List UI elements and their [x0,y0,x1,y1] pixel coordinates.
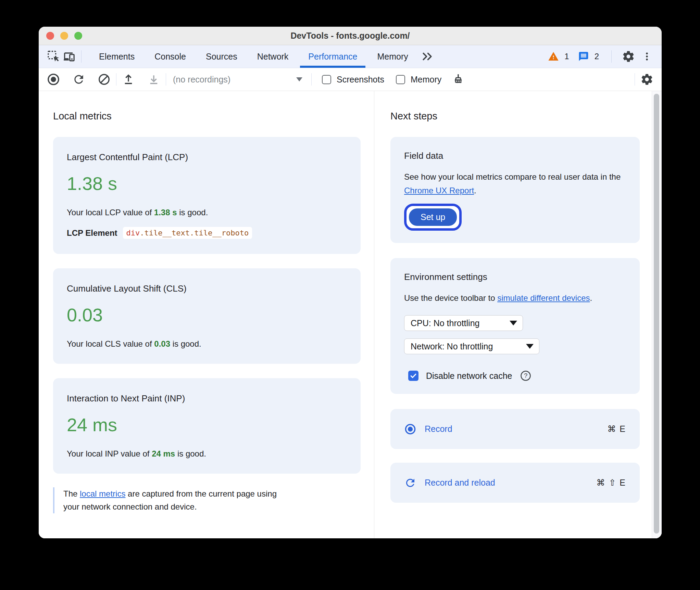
local-metrics-link[interactable]: local metrics [80,489,125,498]
inp-value: 24 ms [67,414,347,435]
panel-settings-gear-icon[interactable] [639,72,655,87]
inp-card-title: Interaction to Next Paint (INP) [67,393,347,404]
environment-settings-title: Environment settings [404,272,626,282]
tab-elements[interactable]: Elements [89,45,145,68]
screenshots-label: Screenshots [337,75,384,85]
tab-network[interactable]: Network [247,45,299,68]
field-data-body: See how your local metrics compare to re… [404,170,626,197]
column-divider [374,91,374,538]
setup-button-focus-ring: Set up [404,204,462,231]
tabbar-separator [81,50,82,63]
cls-card: Cumulative Layout Shift (CLS) 0.03 Your … [53,268,361,364]
window-title: DevTools - fonts.google.com/ [290,31,410,41]
toolbar-separator-4 [635,73,635,86]
panel-content: Local metrics Largest Contentful Paint (… [39,91,662,538]
field-data-card: Field data See how your local metrics co… [390,137,640,243]
panel-tabs: Elements Console Sources Network Perform… [89,45,437,68]
cls-card-title: Cumulative Layout Shift (CLS) [67,283,347,294]
record-action-label[interactable]: Record [425,424,452,434]
screenshots-checkbox-row[interactable]: Screenshots [322,75,384,85]
gc-broom-icon[interactable] [450,72,466,87]
tab-console[interactable]: Console [145,45,196,68]
tab-performance[interactable]: Performance [298,45,367,68]
tabbar-right-separator [611,50,612,63]
lcp-sentence: Your local LCP value of 1.38 s is good. [67,208,347,217]
lcp-element-label: LCP Element [67,228,117,238]
lcp-card-title: Largest Contentful Paint (LCP) [67,152,347,163]
devtools-tabbar: Elements Console Sources Network Perform… [39,45,662,68]
more-tabs-chevron-icon[interactable] [418,45,437,68]
disable-cache-row: Disable network cache ? [404,370,626,382]
cpu-throttling-select[interactable]: CPU: No throttling [404,315,523,331]
kebab-menu-icon[interactable] [641,49,653,64]
record-and-reload-icon [404,477,416,489]
local-metrics-footnote: The local metrics are captured from the … [53,487,293,513]
issues-count: 2 [595,52,599,61]
scrollbar-thumb[interactable] [654,94,659,534]
network-throttling-select[interactable]: Network: No throttling [404,338,539,354]
environment-settings-card: Environment settings Use the device tool… [390,258,640,394]
lcp-value: 1.38 s [67,173,347,194]
record-reload-shortcut: ⌘ ⇧ E [596,478,626,488]
tabbar-right-controls: 1 2 [547,49,653,64]
screenshots-checkbox[interactable] [322,75,331,84]
minimize-window-button[interactable] [60,32,68,40]
chevron-down-icon [526,344,534,349]
help-icon[interactable]: ? [520,370,532,382]
inspect-element-icon[interactable] [46,49,61,64]
record-icon[interactable] [46,72,61,87]
local-metrics-column: Local metrics Largest Contentful Paint (… [53,91,361,513]
chevron-down-icon [296,77,302,81]
lcp-element-selector[interactable]: div.tile__text.tile__roboto [123,227,252,239]
field-data-title: Field data [404,151,626,161]
warning-count: 1 [564,52,569,61]
download-profile-icon[interactable] [146,72,162,87]
zoom-window-button[interactable] [74,32,82,40]
toolbar-separator-3 [311,73,312,86]
inp-inline-value: 24 ms [152,449,175,458]
warnings-icon[interactable] [547,49,560,64]
disable-cache-checkbox[interactable] [408,371,418,381]
performance-toolbar: (no recordings) Screenshots Memory [39,68,662,91]
cls-inline-value: 0.03 [154,339,170,348]
traffic-lights [46,27,82,45]
inp-card: Interaction to Next Paint (INP) 24 ms Yo… [53,378,361,474]
devtools-window: DevTools - fonts.google.com/ Elements Co… [39,27,662,538]
next-steps-heading: Next steps [390,111,640,122]
setup-button[interactable]: Set up [409,208,457,226]
record-reload-action-label[interactable]: Record and reload [425,478,495,488]
record-and-reload-icon[interactable] [71,72,87,87]
simulate-devices-link[interactable]: simulate different devices [497,293,590,303]
tab-memory[interactable]: Memory [367,45,418,68]
record-reload-action-card[interactable]: Record and reload ⌘ ⇧ E [390,463,640,503]
next-steps-column: Next steps Field data See how your local… [390,91,640,503]
environment-settings-body: Use the device toolbar to simulate diffe… [404,291,626,305]
record-action-card[interactable]: Record ⌘ E [390,409,640,449]
disable-cache-label: Disable network cache [426,371,512,381]
recordings-select[interactable]: (no recordings) [170,75,307,85]
lcp-element-row: LCP Element div.tile__text.tile__roboto [67,227,347,239]
tab-sources[interactable]: Sources [196,45,247,68]
memory-checkbox-row[interactable]: Memory [396,75,441,85]
device-toolbar-icon[interactable] [61,49,77,64]
crux-report-link[interactable]: Chrome UX Report [404,186,474,195]
memory-checkbox[interactable] [396,75,405,84]
scrollbar-track[interactable] [652,91,662,538]
svg-text:?: ? [524,372,527,379]
cls-value: 0.03 [67,304,347,325]
upload-profile-icon[interactable] [121,72,136,87]
inp-sentence: Your local INP value of 24 ms is good. [67,449,347,459]
toolbar-separator-2 [166,73,166,86]
close-window-button[interactable] [46,32,54,40]
toolbar-separator-1 [116,73,116,86]
record-shortcut: ⌘ E [607,424,626,434]
issues-icon[interactable] [577,49,590,64]
chevron-down-icon [510,321,517,325]
memory-label: Memory [411,75,441,85]
lcp-card: Largest Contentful Paint (LCP) 1.38 s Yo… [53,137,361,254]
local-metrics-heading: Local metrics [53,111,361,122]
cls-sentence: Your local CLS value of 0.03 is good. [67,339,347,349]
record-icon [404,423,416,435]
clear-icon[interactable] [96,72,112,87]
settings-gear-icon[interactable] [621,49,636,64]
